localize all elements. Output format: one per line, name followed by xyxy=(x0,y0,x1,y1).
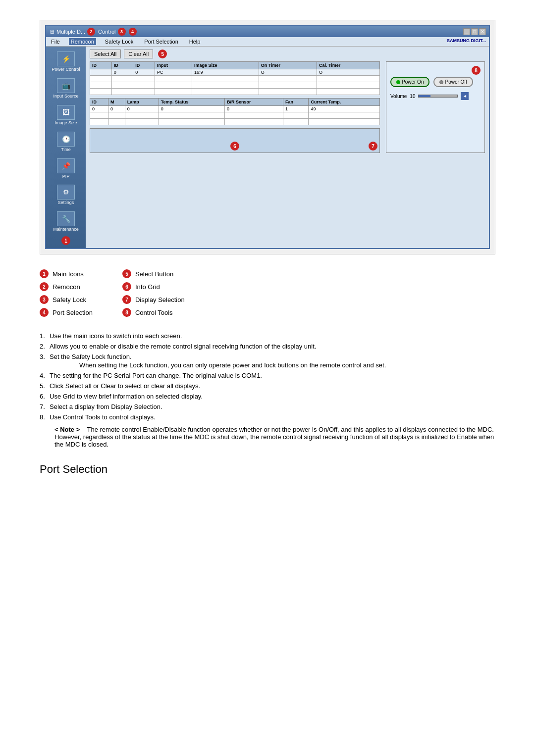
note-text-5: Click Select all or Clear to select or c… xyxy=(50,382,200,390)
power-off-button[interactable]: Power Off xyxy=(433,77,473,87)
cell-image-size: 16:9 xyxy=(192,69,259,76)
table-row: 0 0 PC 16:9 O O xyxy=(90,69,380,76)
sidebar: ⚡ Power Control 📺 Input Source 🖼 Image S… xyxy=(46,47,86,248)
sidebar-label-time: Time xyxy=(61,148,71,152)
note-text-6: Use Grid to view brief information on se… xyxy=(50,393,203,400)
legend-text-5: Select Button xyxy=(135,270,173,278)
status-table-wrapper: ID M Lamp Temp. Status B/R Sensor Fan Cu… xyxy=(90,98,380,125)
legend-right: 5 Select Button 6 Info Grid 7 Display Se… xyxy=(122,269,185,317)
note-item-3: Set the Safety Lock function. When setti… xyxy=(40,353,495,369)
notes-list: Use the main icons to switch into each s… xyxy=(40,332,495,421)
legend-text-6: Info Grid xyxy=(135,283,160,291)
legend-item-5: 5 Select Button xyxy=(122,269,185,278)
legend-item-3: 3 Safety Lock xyxy=(40,295,93,304)
badge-3: 3 xyxy=(118,28,126,36)
note-text-2: Allows you to enable or disable the remo… xyxy=(50,343,316,350)
sidebar-item-maintenance[interactable]: 🔧 Maintenance xyxy=(48,209,84,234)
sidebar-label-input-source: Input Source xyxy=(53,94,78,99)
time-icon: 🕐 xyxy=(57,132,75,147)
sidebar-item-input-source[interactable]: 📺 Input Source xyxy=(48,76,84,101)
title-bar: 🖥 Multiple D... 2 Control 3 4 _ □ X xyxy=(46,26,489,37)
control-panel: 8 Power On Power Off xyxy=(386,61,485,153)
volume-value: 10 xyxy=(410,94,415,99)
legend-section: 1 Main Icons 2 Remocon 3 Safety Lock 4 P… xyxy=(40,269,495,317)
port-selection-heading: Port Selection xyxy=(40,463,495,476)
scol-temp-status: Temp. Status xyxy=(159,99,224,106)
legend-text-3: Safety Lock xyxy=(53,296,86,303)
scol-m: M xyxy=(108,99,125,106)
sidebar-label-maintenance: Maintenance xyxy=(53,227,79,232)
sidebar-item-settings[interactable]: ⚙ Settings xyxy=(48,183,84,207)
window-controls[interactable]: _ □ X xyxy=(463,28,486,35)
legend-badge-7: 7 xyxy=(122,295,131,304)
screenshot-wrapper: 🖥 Multiple D... 2 Control 3 4 _ □ X File… xyxy=(40,20,495,254)
table-row-empty xyxy=(90,76,380,82)
sidebar-item-image-size[interactable]: 🖼 Image Size xyxy=(48,103,84,128)
legend-badge-1: 1 xyxy=(40,269,49,278)
note-text-4: The setting for the PC Serial Port can c… xyxy=(50,372,262,379)
cell-id3: 0 xyxy=(133,69,155,76)
legend-item-7: 7 Display Selection xyxy=(122,295,185,304)
scell-m: 0 xyxy=(108,106,125,112)
legend-item-6: 6 Info Grid xyxy=(122,282,185,291)
tables-area: ID ID ID Input Image Size On Timer Cal. … xyxy=(90,61,380,153)
note-item-6: Use Grid to view brief information on se… xyxy=(40,393,495,400)
table-row-empty2 xyxy=(90,82,380,89)
scol-fan: Fan xyxy=(283,99,309,106)
legend-text-2: Remocon xyxy=(53,283,80,291)
scell-fan: 1 xyxy=(283,106,309,112)
power-off-label: Power Off xyxy=(445,79,467,85)
power-control-icon: ⚡ xyxy=(57,51,75,66)
note-text-7: Select a display from Display Selection. xyxy=(50,403,162,410)
sidebar-item-time[interactable]: 🕐 Time xyxy=(48,130,84,154)
menu-safety-lock[interactable]: Safety Lock xyxy=(103,38,135,45)
legend-text-1: Main Icons xyxy=(53,270,84,278)
badge-5: 5 xyxy=(158,50,167,58)
toolbar: Select All Clear All 5 xyxy=(90,50,485,58)
status-row-empty xyxy=(90,112,380,119)
legend-badge-8: 8 xyxy=(122,308,131,317)
badge-7-display: 7 xyxy=(369,142,377,151)
menu-port-selection[interactable]: Port Selection xyxy=(142,38,180,45)
col-id1: ID xyxy=(90,62,112,69)
sidebar-label-image-size: Image Size xyxy=(54,121,77,126)
badge-8-control: 8 xyxy=(472,66,481,75)
scell-id: 0 xyxy=(90,106,108,112)
legend-item-8: 8 Control Tools xyxy=(122,308,185,317)
menu-file[interactable]: File xyxy=(49,38,62,45)
volume-icon[interactable]: ◄ xyxy=(461,92,469,100)
divider-1 xyxy=(40,327,495,327)
sidebar-label-power-control: Power Control xyxy=(52,67,80,72)
clear-all-button[interactable]: Clear All xyxy=(124,50,153,58)
menu-help[interactable]: Help xyxy=(187,38,203,45)
badge-1-sidebar: 1 xyxy=(61,236,70,245)
note-item-4: The setting for the PC Serial Port can c… xyxy=(40,372,495,379)
cell-input: PC xyxy=(155,69,192,76)
badge-6-info-grid: 6 xyxy=(230,142,239,151)
power-on-button[interactable]: Power On xyxy=(390,77,429,87)
volume-slider[interactable] xyxy=(418,95,458,98)
pip-icon: 📌 xyxy=(57,158,75,173)
legend-badge-5: 5 xyxy=(122,269,131,278)
sidebar-item-pip[interactable]: 📌 PIP xyxy=(48,156,84,181)
select-all-button[interactable]: Select All xyxy=(90,50,121,58)
info-table: ID ID ID Input Image Size On Timer Cal. … xyxy=(90,61,380,95)
menu-remocon[interactable]: Remocon xyxy=(69,38,96,45)
volume-row: Volume 10 ◄ xyxy=(390,92,481,100)
note-label: < Note > xyxy=(54,426,80,433)
scell-br-sensor: 0 xyxy=(224,106,283,112)
scol-br-sensor: B/R Sensor xyxy=(224,99,283,106)
close-button[interactable]: X xyxy=(479,28,486,35)
note-text-8: Use Control Tools to control displays. xyxy=(50,413,156,421)
main-content: Select All Clear All 5 xyxy=(86,47,489,248)
legend-badge-3: 3 xyxy=(40,295,49,304)
volume-label: Volume xyxy=(390,94,407,99)
sidebar-item-power-control[interactable]: ⚡ Power Control xyxy=(48,50,84,74)
power-row: Power On Power Off xyxy=(390,77,481,87)
status-table: ID M Lamp Temp. Status B/R Sensor Fan Cu… xyxy=(90,98,380,125)
scell-current-temp: 49 xyxy=(309,106,380,112)
display-selection-area: 7 6 xyxy=(90,128,380,153)
maximize-button[interactable]: □ xyxy=(471,28,478,35)
minimize-button[interactable]: _ xyxy=(463,28,470,35)
legend-item-1: 1 Main Icons xyxy=(40,269,93,278)
